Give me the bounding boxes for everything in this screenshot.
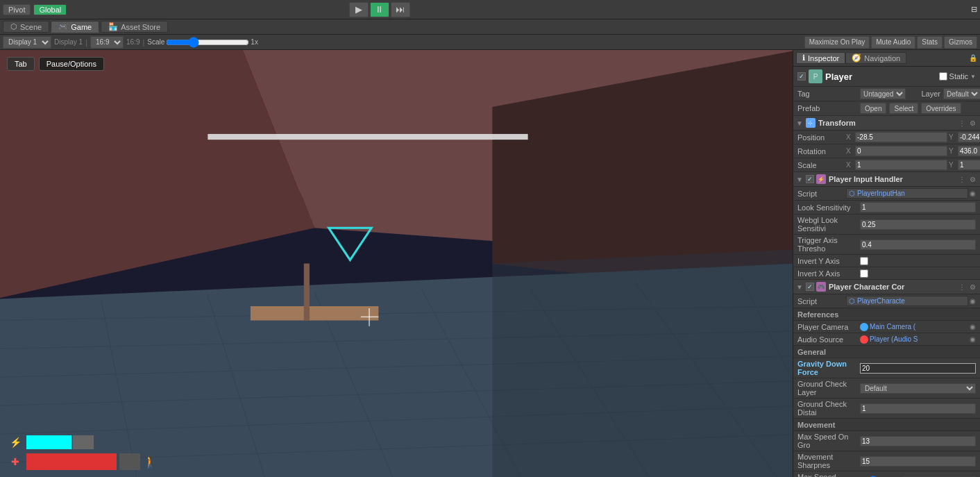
scale-y-input[interactable] — [958, 160, 980, 170]
tab-inspector[interactable]: ℹ Inspector — [796, 52, 845, 64]
play-button[interactable]: ▶ — [349, 2, 369, 17]
stats-button[interactable]: Stats — [917, 36, 943, 49]
hud-person-icon: 🚶 — [143, 455, 157, 469]
hud-health-row: ✚ 🚶 — [7, 453, 157, 470]
pause-options-button[interactable]: Pause/Options — [39, 57, 104, 71]
hud-health-bar — [26, 453, 117, 470]
gravity-down-row: Gravity Down Force — [793, 358, 980, 378]
hud-dark-fill — [73, 435, 94, 449]
tab-scene[interactable]: ⬡ Scene — [3, 21, 49, 33]
pivot-button[interactable]: Pivot — [3, 4, 31, 15]
movement-header-row: Movement — [793, 419, 980, 431]
gizmos-button[interactable]: Gizmos — [944, 36, 977, 49]
scale-x-input[interactable] — [855, 160, 947, 170]
toolbar-buttons: Maximize On Play Mute Audio Stats Gizmos — [804, 36, 977, 49]
transform-settings-icon[interactable]: ⋮ — [957, 119, 967, 127]
gravity-down-input[interactable] — [860, 363, 976, 374]
pcc-arrow-icon: ▼ — [796, 283, 803, 291]
look-sensitivity-row: Look Sensitivity — [793, 201, 980, 215]
max-speed-ground-input[interactable] — [860, 436, 976, 446]
pcc-more-icon[interactable]: ⚙ — [968, 283, 977, 291]
input-handler-checkbox[interactable]: ✓ — [806, 175, 814, 183]
pcc-checkbox[interactable]: ✓ — [806, 283, 814, 291]
audio-icon — [860, 335, 868, 344]
scale-slider[interactable] — [166, 37, 249, 48]
scene-canvas — [0, 50, 793, 477]
scale-row-transform: Scale X Y Z — [793, 158, 980, 172]
trigger-axis-input[interactable] — [860, 240, 976, 250]
input-script-ref[interactable]: ⬡ PlayerInputHan — [846, 188, 968, 199]
step-button[interactable]: ⏭ — [391, 2, 410, 17]
rot-y-input[interactable] — [958, 146, 980, 156]
overrides-button[interactable]: Overrides — [921, 103, 961, 114]
player-active-checkbox[interactable]: ✓ — [797, 72, 806, 81]
pos-y-input[interactable] — [958, 132, 980, 142]
pcc-settings-icon[interactable]: ⋮ — [957, 283, 967, 291]
movement-sharpness-input[interactable] — [860, 456, 976, 467]
tab-game[interactable]: 🎮 Game — [51, 21, 99, 33]
aspect-select[interactable]: 16:9 — [90, 36, 124, 49]
references-label: References — [797, 310, 838, 319]
rot-x-label: X — [846, 147, 854, 155]
maximize-on-play-button[interactable]: Maximize On Play — [804, 36, 870, 49]
lock-icon[interactable]: 🔒 — [969, 54, 977, 62]
invert-y-checkbox[interactable] — [860, 257, 868, 265]
pcc-script-circle[interactable]: ◉ — [970, 297, 976, 305]
pause-button[interactable]: ⏸ — [370, 2, 389, 17]
webgl-look-input[interactable] — [860, 219, 976, 230]
layer-select[interactable]: Default — [943, 88, 980, 99]
display-label: Display 1 — [54, 38, 83, 46]
tab-overlay-button[interactable]: Tab — [7, 57, 35, 71]
player-camera-ref[interactable]: Main Camera ( ◉ — [860, 323, 976, 331]
pcc-script-ref[interactable]: ⬡ PlayerCharacte — [846, 296, 968, 306]
tag-select[interactable]: Untagged — [860, 88, 906, 99]
open-prefab-button[interactable]: Open — [860, 103, 886, 114]
scale-row: Scale 1x — [147, 37, 801, 48]
max-speed-crouch-row: Max Speed Crouche — [793, 471, 980, 477]
hud-health-icon: ✚ — [7, 453, 24, 470]
inspector-icon: ℹ — [802, 53, 805, 62]
ground-check-layer-row: Ground Check Layer Default — [793, 378, 980, 399]
camera-icon — [860, 323, 868, 331]
pcc-title: Player Character Cor — [829, 283, 957, 291]
input-handler-icon: ⚡ — [816, 174, 826, 184]
invert-x-checkbox[interactable] — [860, 269, 868, 278]
transform-more-icon[interactable]: ⚙ — [968, 119, 977, 127]
rot-x-field: X — [846, 146, 947, 156]
rot-x-input[interactable] — [855, 146, 947, 156]
static-dropdown-arrow[interactable]: ▼ — [970, 74, 976, 80]
input-script-circle[interactable]: ◉ — [970, 190, 976, 197]
input-more-icon[interactable]: ⚙ — [968, 176, 977, 183]
svg-marker-21 — [329, 228, 372, 260]
look-sensitivity-input[interactable] — [860, 202, 976, 212]
input-settings-icon[interactable]: ⋮ — [957, 176, 967, 183]
mute-audio-button[interactable]: Mute Audio — [871, 36, 915, 49]
display-select[interactable]: Display 1 — [3, 36, 51, 49]
tab-navigation[interactable]: 🧭 Navigation — [845, 52, 906, 64]
game-viewport[interactable]: Tab Pause/Options ⚡ ✚ — [0, 50, 793, 477]
game-toolbar: Display 1 Display 1 | 16:9 16:9 | Scale … — [0, 35, 980, 50]
input-handler-section-header[interactable]: ▼ ✓ ⚡ Player Input Handler ⋮ ⚙ — [793, 172, 980, 187]
audio-source-row: Audio Source Player (Audio S ◉ — [793, 333, 980, 346]
select-prefab-button[interactable]: Select — [889, 103, 918, 114]
audio-source-select-icon[interactable]: ◉ — [970, 335, 976, 343]
rotation-label: Rotation — [797, 147, 846, 156]
prefab-row: Prefab Open Select Overrides — [793, 101, 980, 116]
pos-x-input[interactable] — [855, 132, 947, 142]
svg-marker-24 — [492, 249, 793, 477]
tab-asset-store[interactable]: 🏪 Asset Store — [101, 21, 168, 33]
player-camera-select-icon[interactable]: ◉ — [970, 323, 976, 330]
scale-value: 1x — [251, 38, 258, 46]
pcc-section-header[interactable]: ▼ ✓ 🎮 Player Character Cor ⋮ ⚙ — [793, 280, 980, 294]
static-checkbox[interactable] — [939, 72, 947, 81]
ground-check-layer-select[interactable]: Default — [860, 383, 976, 394]
transform-section-header[interactable]: ▼ ⊹ Transform ⋮ ⚙ — [793, 116, 980, 131]
gravity-down-label: Gravity Down Force — [797, 360, 860, 376]
ground-check-dist-input[interactable] — [860, 403, 976, 414]
scale-xyz-fields: X Y Z — [846, 160, 980, 170]
global-button[interactable]: Global — [33, 4, 67, 15]
transform-title: Transform — [818, 119, 957, 127]
audio-source-ref[interactable]: Player (Audio S ◉ — [860, 335, 976, 344]
main-layout: Tab Pause/Options ⚡ ✚ — [0, 50, 980, 477]
transform-section-buttons: ⋮ ⚙ — [957, 119, 977, 127]
